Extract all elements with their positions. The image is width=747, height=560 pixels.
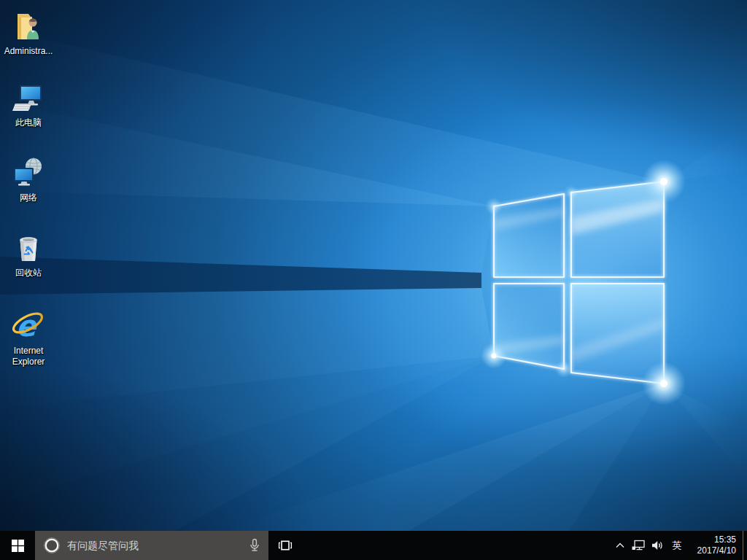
desktop-wallpaper-area[interactable]: Administra... 此电脑 xyxy=(0,0,747,531)
tray-date: 2017/4/10 xyxy=(697,545,736,556)
cortana-icon xyxy=(44,537,60,553)
clock-button[interactable]: 15:35 2017/4/10 xyxy=(687,531,743,560)
microphone-icon[interactable] xyxy=(248,538,261,553)
corner-glint xyxy=(485,198,503,215)
desktop-icon-label: 回收站 xyxy=(1,268,55,279)
task-view-button[interactable] xyxy=(268,531,302,560)
start-button[interactable] xyxy=(0,531,35,560)
desktop-icon-label: 此电脑 xyxy=(1,117,55,128)
tray-time: 15:35 xyxy=(714,534,736,545)
corner-glint xyxy=(564,185,578,200)
corner-glint-core xyxy=(660,178,667,185)
desktop-icon-internet-explorer[interactable]: e Internet Explorer xyxy=(1,307,55,368)
desktop-icon-administrator[interactable]: Administra... xyxy=(1,9,55,57)
show-desktop-button[interactable] xyxy=(743,531,747,560)
windows-desktop-screen: Administra... 此电脑 xyxy=(0,0,747,560)
tray-overflow-button[interactable] xyxy=(611,531,629,560)
input-language-label: 英 xyxy=(673,539,682,552)
windows-hero-wallpaper xyxy=(0,0,747,531)
network-tray-button[interactable] xyxy=(629,531,648,560)
desktop-icon-label: Internet Explorer xyxy=(1,346,55,368)
input-language-button[interactable]: 英 xyxy=(667,531,687,560)
task-view-icon xyxy=(278,540,293,551)
chevron-up-icon xyxy=(615,540,625,551)
volume-tray-button[interactable] xyxy=(648,531,667,560)
windows-logo-icon xyxy=(12,540,24,552)
speaker-icon xyxy=(651,540,664,551)
ie-icon: e xyxy=(10,307,47,343)
desktop-icon-label: Administra... xyxy=(1,46,55,57)
network-icon xyxy=(11,155,46,190)
user-folder-icon xyxy=(11,9,46,44)
desktop-icon-this-pc[interactable]: 此电脑 xyxy=(1,80,55,128)
system-tray: 英 15:35 2017/4/10 xyxy=(611,531,747,560)
desktop-icon-label: 网络 xyxy=(1,192,55,203)
corner-glint xyxy=(555,360,573,378)
desktop-icon-recycle-bin[interactable]: 回收站 xyxy=(1,230,55,279)
recycle-bin-icon xyxy=(11,230,46,265)
corner-glint-core xyxy=(660,380,667,387)
ethernet-network-icon xyxy=(632,540,646,551)
desktop-icon-network[interactable]: 网络 xyxy=(1,155,55,203)
computer-icon xyxy=(11,80,46,115)
corner-glint-core xyxy=(492,354,497,359)
taskbar: 英 15:35 2017/4/10 xyxy=(0,531,747,560)
search-input[interactable] xyxy=(35,531,268,560)
taskbar-search xyxy=(35,531,268,560)
logo-pane-top-left xyxy=(494,194,564,277)
